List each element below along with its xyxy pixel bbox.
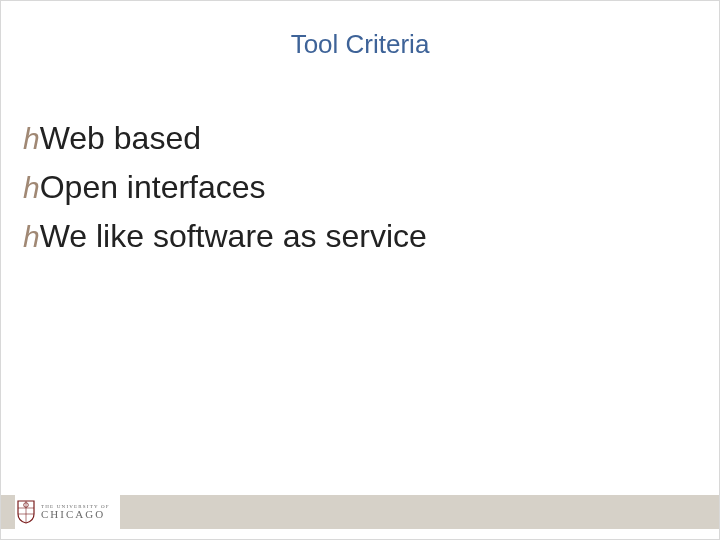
- bullet-item: h Open interfaces: [23, 165, 697, 210]
- bullet-glyph-icon: h: [23, 173, 38, 203]
- bullet-glyph-icon: h: [23, 222, 38, 252]
- bullet-item: h We like software as service: [23, 214, 697, 259]
- footer-logo-line2: CHICAGO: [41, 509, 110, 520]
- bullet-text: Web based: [40, 116, 201, 161]
- shield-icon: [17, 500, 35, 524]
- bullet-text: Open interfaces: [40, 165, 266, 210]
- title-band: Tool Criteria: [1, 1, 719, 87]
- slide-body: h Web based h Open interfaces h We like …: [23, 116, 697, 262]
- bullet-item: h Web based: [23, 116, 697, 161]
- footer-logo: THE UNIVERSITY OF CHICAGO: [15, 495, 120, 529]
- bullet-glyph-icon: h: [23, 124, 38, 154]
- footer-logo-text: THE UNIVERSITY OF CHICAGO: [41, 504, 110, 520]
- slide-frame: Tool Criteria h Web based h Open interfa…: [0, 0, 720, 540]
- slide-title: Tool Criteria: [291, 29, 430, 60]
- bullet-text: We like software as service: [40, 214, 427, 259]
